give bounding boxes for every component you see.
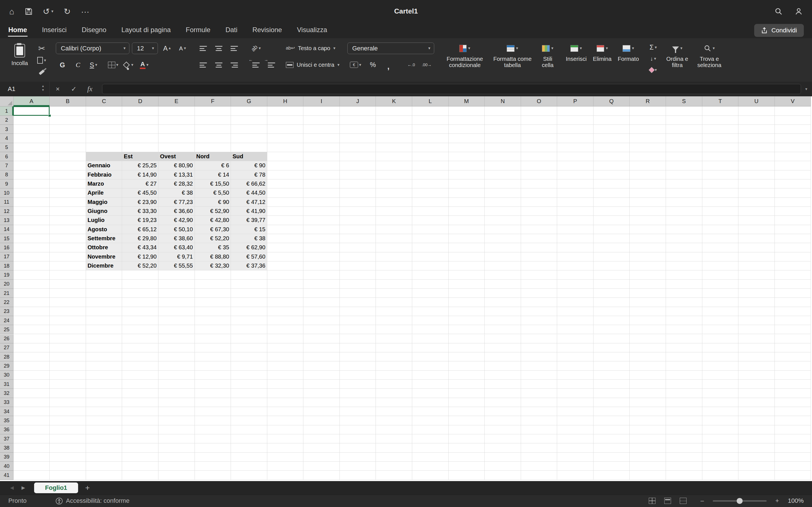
cell-G31[interactable] <box>231 380 267 389</box>
cell-S36[interactable] <box>666 425 702 434</box>
cell-I7[interactable] <box>303 161 340 170</box>
cell-J14[interactable] <box>340 225 376 234</box>
sheet-grid[interactable]: ABCDEFGHIJKLMNOPQRSTUV123456789101112131… <box>0 96 812 482</box>
cell-B22[interactable] <box>50 298 86 307</box>
cell-F3[interactable] <box>195 125 231 134</box>
percent-format-button[interactable]: % <box>366 59 379 70</box>
cell-H27[interactable] <box>267 343 304 352</box>
row-header-23[interactable]: 23 <box>0 307 13 316</box>
cell-E11[interactable]: € 77,23 <box>158 198 195 207</box>
cell-T29[interactable] <box>702 361 739 371</box>
cell-J22[interactable] <box>340 298 376 307</box>
cell-R37[interactable] <box>629 434 666 443</box>
cell-S25[interactable] <box>666 325 702 334</box>
cell-F31[interactable] <box>195 380 231 389</box>
cell-U4[interactable] <box>739 134 775 143</box>
cell-G25[interactable] <box>231 325 267 334</box>
cell-F28[interactable] <box>195 352 231 361</box>
cell-H12[interactable] <box>267 207 304 216</box>
cell-K24[interactable] <box>376 316 412 325</box>
cell-H32[interactable] <box>267 389 304 398</box>
cell-L8[interactable] <box>412 170 449 179</box>
cell-C20[interactable] <box>86 280 122 289</box>
cell-R32[interactable] <box>629 389 666 398</box>
wrap-text-button[interactable]: ab↩ Testo a capo ▾ <box>286 43 336 54</box>
cell-O23[interactable] <box>521 307 557 316</box>
cell-B14[interactable] <box>50 225 86 234</box>
cell-P41[interactable] <box>557 471 594 480</box>
cell-M27[interactable] <box>449 343 485 352</box>
cell-S29[interactable] <box>666 361 702 371</box>
cell-I26[interactable] <box>303 334 340 343</box>
increase-font-button[interactable]: A▾ <box>160 43 173 54</box>
cell-L24[interactable] <box>412 316 449 325</box>
cell-Q37[interactable] <box>594 434 630 443</box>
cell-H23[interactable] <box>267 307 304 316</box>
cell-B24[interactable] <box>50 316 86 325</box>
cell-L29[interactable] <box>412 361 449 371</box>
cell-A5[interactable] <box>13 143 50 152</box>
cell-C3[interactable] <box>86 125 122 134</box>
cell-K11[interactable] <box>376 198 412 207</box>
cell-V39[interactable] <box>775 453 811 462</box>
cell-Q12[interactable] <box>594 207 630 216</box>
cell-D28[interactable] <box>122 352 158 361</box>
cell-K6[interactable] <box>376 152 412 161</box>
cell-J23[interactable] <box>340 307 376 316</box>
cell-M37[interactable] <box>449 434 485 443</box>
cell-H7[interactable] <box>267 161 304 170</box>
cell-F16[interactable]: € 35 <box>195 243 231 252</box>
cell-D20[interactable] <box>122 280 158 289</box>
cell-S34[interactable] <box>666 407 702 416</box>
cell-B20[interactable] <box>50 280 86 289</box>
cell-I32[interactable] <box>303 389 340 398</box>
cell-K10[interactable] <box>376 188 412 198</box>
cell-D13[interactable]: € 19,23 <box>122 216 158 225</box>
cell-A24[interactable] <box>13 316 50 325</box>
zoom-slider-knob[interactable] <box>737 498 742 504</box>
cell-U6[interactable] <box>739 152 775 161</box>
column-header-G[interactable]: G <box>231 96 267 107</box>
cell-F20[interactable] <box>195 280 231 289</box>
cell-L11[interactable] <box>412 198 449 207</box>
cell-B8[interactable] <box>50 170 86 179</box>
cell-T32[interactable] <box>702 389 739 398</box>
cell-J13[interactable] <box>340 216 376 225</box>
cell-J38[interactable] <box>340 443 376 452</box>
cell-U33[interactable] <box>739 398 775 407</box>
cell-B23[interactable] <box>50 307 86 316</box>
cell-O19[interactable] <box>521 270 557 279</box>
cell-U9[interactable] <box>739 179 775 188</box>
cell-V2[interactable] <box>775 116 811 125</box>
cell-R12[interactable] <box>629 207 666 216</box>
cell-L41[interactable] <box>412 471 449 480</box>
cell-O17[interactable] <box>521 252 557 262</box>
cell-K20[interactable] <box>376 280 412 289</box>
cell-F5[interactable] <box>195 143 231 152</box>
cell-F41[interactable] <box>195 471 231 480</box>
row-header-3[interactable]: 3 <box>0 125 13 134</box>
cell-B15[interactable] <box>50 234 86 243</box>
cell-U38[interactable] <box>739 443 775 452</box>
cell-S38[interactable] <box>666 443 702 452</box>
cell-I21[interactable] <box>303 289 340 298</box>
cell-M11[interactable] <box>449 198 485 207</box>
cell-K15[interactable] <box>376 234 412 243</box>
cell-H21[interactable] <box>267 289 304 298</box>
cell-I20[interactable] <box>303 280 340 289</box>
cell-K3[interactable] <box>376 125 412 134</box>
cell-H34[interactable] <box>267 407 304 416</box>
cell-N5[interactable] <box>485 143 521 152</box>
cell-U28[interactable] <box>739 352 775 361</box>
cell-I14[interactable] <box>303 225 340 234</box>
cell-B34[interactable] <box>50 407 86 416</box>
cell-K12[interactable] <box>376 207 412 216</box>
cell-B1[interactable] <box>50 107 86 115</box>
cell-T31[interactable] <box>702 380 739 389</box>
cell-H29[interactable] <box>267 361 304 371</box>
cell-O41[interactable] <box>521 471 557 480</box>
cell-Q40[interactable] <box>594 462 630 471</box>
cell-F26[interactable] <box>195 334 231 343</box>
cell-N6[interactable] <box>485 152 521 161</box>
cell-T6[interactable] <box>702 152 739 161</box>
